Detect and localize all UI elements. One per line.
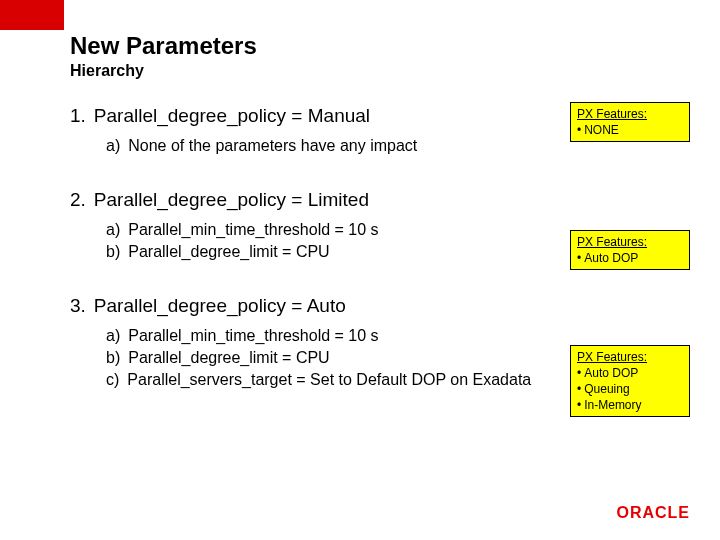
sub-text: Parallel_min_time_threshold = 10 s <box>128 327 378 344</box>
sub-letter: b) <box>106 349 120 366</box>
bullet-icon: • <box>577 398 581 412</box>
callout-text: In-Memory <box>584 398 641 412</box>
slide-title: New Parameters <box>70 32 700 60</box>
sub-text: Parallel_degree_limit = CPU <box>128 349 329 366</box>
brand-block <box>0 0 64 30</box>
bullet-icon: • <box>577 382 581 396</box>
callout-header: PX Features: <box>577 107 683 121</box>
callout-header: PX Features: <box>577 350 683 364</box>
callout-box: PX Features: •NONE <box>570 102 690 142</box>
sub-letter: a) <box>106 327 120 344</box>
callout-text: Auto DOP <box>584 366 638 380</box>
bullet-icon: • <box>577 366 581 380</box>
item-text: Parallel_degree_policy = Limited <box>94 189 369 210</box>
sub-item: a)Parallel_min_time_threshold = 10 s <box>106 327 690 345</box>
callout-box: PX Features: •Auto DOP <box>570 230 690 270</box>
callout-text: NONE <box>584 123 619 137</box>
sub-letter: b) <box>106 243 120 260</box>
callout-header: PX Features: <box>577 235 683 249</box>
main-item: 2.Parallel_degree_policy = Limited <box>70 189 690 211</box>
oracle-logo: ORACLE <box>616 504 690 522</box>
sub-letter: a) <box>106 221 120 238</box>
bullet-icon: • <box>577 123 581 137</box>
slide-subtitle: Hierarchy <box>70 62 700 80</box>
sub-text: Parallel_min_time_threshold = 10 s <box>128 221 378 238</box>
bullet-icon: • <box>577 251 581 265</box>
callout-text: Queuing <box>584 382 629 396</box>
sub-letter: c) <box>106 371 119 388</box>
item-text: Parallel_degree_policy = Auto <box>94 295 346 316</box>
item-number: 2. <box>70 189 86 210</box>
callout-line: •Queuing <box>577 382 683 396</box>
item-number: 1. <box>70 105 86 126</box>
sub-text: Parallel_servers_target = Set to Default… <box>127 371 531 388</box>
sub-text: None of the parameters have any impact <box>128 137 417 154</box>
callout-line: •Auto DOP <box>577 251 683 265</box>
logo-text: ORACLE <box>616 504 690 522</box>
header: New Parameters Hierarchy <box>70 32 700 80</box>
item-number: 3. <box>70 295 86 316</box>
callout-line: •Auto DOP <box>577 366 683 380</box>
sub-letter: a) <box>106 137 120 154</box>
callout-text: Auto DOP <box>584 251 638 265</box>
callout-line: •In-Memory <box>577 398 683 412</box>
item-text: Parallel_degree_policy = Manual <box>94 105 370 126</box>
callout-box: PX Features: •Auto DOP •Queuing •In-Memo… <box>570 345 690 417</box>
sub-text: Parallel_degree_limit = CPU <box>128 243 329 260</box>
main-item: 3.Parallel_degree_policy = Auto <box>70 295 690 317</box>
callout-line: •NONE <box>577 123 683 137</box>
